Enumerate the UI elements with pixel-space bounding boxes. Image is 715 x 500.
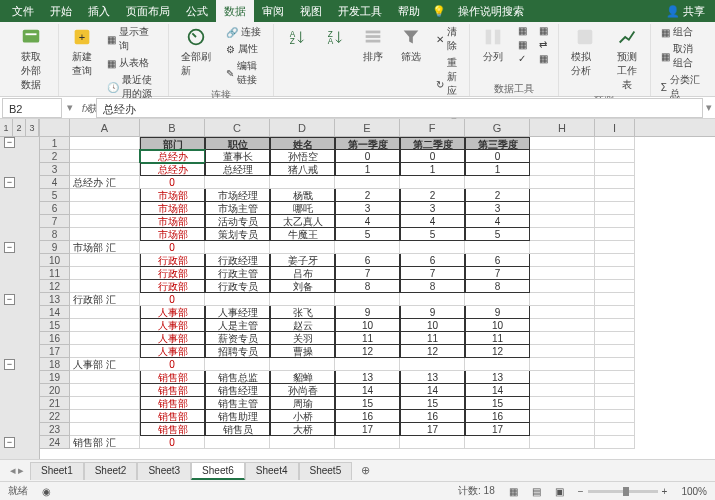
row-header[interactable]: 22 <box>40 410 70 423</box>
cell[interactable]: 15 <box>465 397 530 410</box>
menu-view[interactable]: 视图 <box>292 0 330 22</box>
cell[interactable]: 市场部 <box>140 228 205 241</box>
cell[interactable]: 0 <box>140 358 205 371</box>
row-header[interactable]: 15 <box>40 319 70 332</box>
row-header[interactable]: 11 <box>40 267 70 280</box>
cell[interactable]: 11 <box>400 332 465 345</box>
outline-collapse-button[interactable]: − <box>4 359 15 370</box>
menu-home[interactable]: 开始 <box>42 0 80 22</box>
cell[interactable]: 12 <box>400 345 465 358</box>
cell[interactable]: 职位 <box>205 137 270 150</box>
cell[interactable]: 0 <box>140 293 205 306</box>
cell[interactable]: 行政部 <box>140 254 205 267</box>
cell[interactable] <box>270 176 335 189</box>
data-validation-button[interactable]: ✓ <box>514 52 531 65</box>
cell[interactable]: 2 <box>335 189 400 202</box>
cell[interactable] <box>205 176 270 189</box>
cell[interactable] <box>205 436 270 449</box>
row-header[interactable]: 17 <box>40 345 70 358</box>
cell[interactable]: 17 <box>335 423 400 436</box>
row-header[interactable]: 21 <box>40 397 70 410</box>
cell[interactable] <box>270 293 335 306</box>
menu-insert[interactable]: 插入 <box>80 0 118 22</box>
cell[interactable]: 17 <box>465 423 530 436</box>
row-header[interactable]: 8 <box>40 228 70 241</box>
cell[interactable]: 3 <box>465 202 530 215</box>
sheet-tab[interactable]: Sheet4 <box>245 462 299 480</box>
cell[interactable] <box>400 293 465 306</box>
formula-expand-icon[interactable]: ▾ <box>703 101 715 114</box>
sort-button[interactable]: 排序 <box>356 24 390 66</box>
cell[interactable]: 行政专员 <box>205 280 270 293</box>
cell[interactable] <box>530 163 595 176</box>
col-header-B[interactable]: B <box>140 119 205 136</box>
cell[interactable]: 小桥 <box>270 410 335 423</box>
cell[interactable] <box>70 410 140 423</box>
cell[interactable] <box>465 293 530 306</box>
menu-help[interactable]: 帮助 <box>390 0 428 22</box>
menu-dev[interactable]: 开发工具 <box>330 0 390 22</box>
cell[interactable]: 3 <box>400 202 465 215</box>
cell[interactable]: 人是主管 <box>205 319 270 332</box>
new-query-button[interactable]: + 新建 查询 <box>65 24 99 80</box>
cell[interactable]: 13 <box>400 371 465 384</box>
cell[interactable] <box>70 228 140 241</box>
cell[interactable] <box>205 293 270 306</box>
cell[interactable]: 13 <box>465 371 530 384</box>
row-header[interactable]: 10 <box>40 254 70 267</box>
cell[interactable]: 销售部 <box>140 371 205 384</box>
cell[interactable] <box>335 176 400 189</box>
spreadsheet[interactable]: ABCDEFGHI 1部门职位姓名第一季度第二季度第三季度2总经办董事长孙悟空0… <box>40 119 715 459</box>
cell[interactable]: 销售经理 <box>205 384 270 397</box>
cell[interactable]: 孙悟空 <box>270 150 335 163</box>
filter-button[interactable]: 筛选 <box>394 24 428 66</box>
cell[interactable]: 2 <box>400 189 465 202</box>
outline-collapse-button[interactable]: − <box>4 177 15 188</box>
cell[interactable]: 销售部 <box>140 423 205 436</box>
outline-level-3[interactable]: 3 <box>26 119 39 136</box>
col-header-H[interactable]: H <box>530 119 595 136</box>
row-header[interactable]: 7 <box>40 215 70 228</box>
cell[interactable]: 1 <box>400 163 465 176</box>
cell[interactable] <box>70 332 140 345</box>
cell[interactable] <box>530 228 595 241</box>
sheet-tab[interactable]: Sheet5 <box>299 462 353 480</box>
cell[interactable] <box>70 202 140 215</box>
cell[interactable] <box>70 371 140 384</box>
cell[interactable]: 11 <box>335 332 400 345</box>
cell[interactable]: 策划专员 <box>205 228 270 241</box>
cell[interactable]: 吕布 <box>270 267 335 280</box>
row-header[interactable]: 19 <box>40 371 70 384</box>
cell[interactable]: 4 <box>465 215 530 228</box>
cell[interactable]: 貂蝉 <box>270 371 335 384</box>
cell[interactable] <box>335 241 400 254</box>
cell[interactable] <box>400 436 465 449</box>
cell[interactable]: 孙尚香 <box>270 384 335 397</box>
cell[interactable]: 12 <box>465 345 530 358</box>
cell[interactable] <box>530 280 595 293</box>
cell[interactable] <box>400 358 465 371</box>
remove-dup-button[interactable]: ▦ <box>514 38 531 51</box>
cell[interactable] <box>595 202 635 215</box>
col-header-F[interactable]: F <box>400 119 465 136</box>
cell[interactable]: 7 <box>335 267 400 280</box>
cell[interactable] <box>595 137 635 150</box>
row-header[interactable]: 14 <box>40 306 70 319</box>
cell[interactable] <box>595 345 635 358</box>
view-normal-icon[interactable]: ▦ <box>509 486 518 497</box>
row-header[interactable]: 18 <box>40 358 70 371</box>
cell[interactable]: 行政部 汇 <box>70 293 140 306</box>
menu-review[interactable]: 审阅 <box>254 0 292 22</box>
cell[interactable] <box>595 215 635 228</box>
whatif-button[interactable]: 模拟分析 <box>565 24 606 80</box>
zoom-level[interactable]: 100% <box>681 486 707 497</box>
cell[interactable]: 10 <box>335 319 400 332</box>
cell[interactable]: 人事部 <box>140 319 205 332</box>
fx-icon[interactable]: fx <box>76 102 96 114</box>
cell[interactable] <box>530 410 595 423</box>
row-header[interactable]: 20 <box>40 384 70 397</box>
cell[interactable]: 5 <box>335 228 400 241</box>
cell[interactable]: 市场部 <box>140 189 205 202</box>
cell[interactable]: 关羽 <box>270 332 335 345</box>
cell[interactable]: 1 <box>465 163 530 176</box>
